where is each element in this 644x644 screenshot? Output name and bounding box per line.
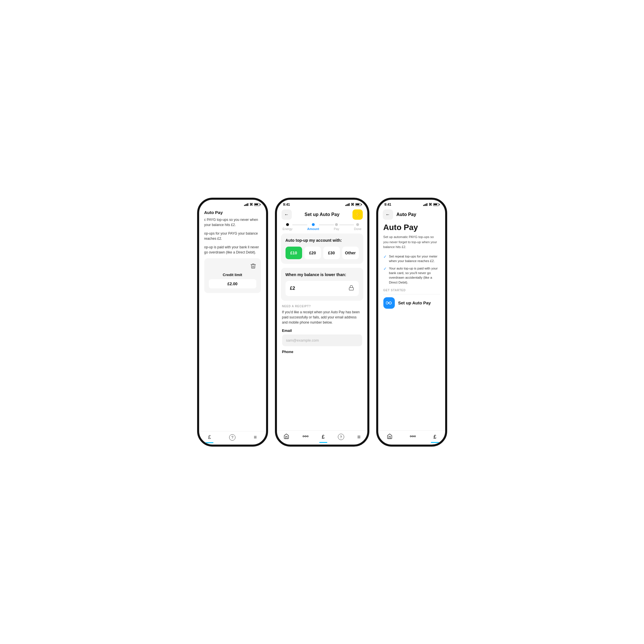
checkmark-icon-1: ✓: [383, 254, 387, 259]
left-content: Auto Pay c PAYG top-ups so you never whe…: [199, 208, 266, 431]
scene: ⌘ Auto Pay c PAYG top-ups so you never w…: [171, 171, 474, 474]
step-dot-done: [356, 223, 359, 226]
left-body: c PAYG top-ups so you never when your ba…: [199, 217, 266, 431]
step-line-1: [292, 225, 307, 225]
lightning-icon: ⚡: [354, 211, 361, 218]
home-icon: [284, 433, 289, 441]
email-input[interactable]: sam@example.com: [282, 334, 362, 346]
amount-btn-other[interactable]: Other: [342, 247, 359, 259]
step-dot-pay: [335, 223, 338, 226]
step-dot-amount: [312, 223, 315, 226]
nav-item-help[interactable]: ?: [229, 434, 235, 441]
nav-item-menu[interactable]: ≡: [254, 434, 257, 440]
menu-icon: ≡: [357, 434, 361, 440]
email-field-label: Email: [282, 328, 362, 333]
help-icon: ?: [229, 434, 235, 441]
back-button[interactable]: ←: [282, 209, 292, 220]
signal-icon: [345, 203, 350, 206]
left-page-title: Auto Pay: [199, 208, 266, 217]
nav-help[interactable]: ?: [338, 434, 344, 440]
nav-usage[interactable]: [302, 434, 309, 440]
step-done: Done: [354, 223, 361, 231]
left-bottom-nav: £ ? ≡: [199, 431, 266, 445]
battery-icon: [254, 203, 260, 206]
check-item-2: ✓ Your auto top-up is paid with your ban…: [383, 266, 440, 284]
receipt-description: If you'd like a receipt when your Auto P…: [282, 310, 362, 325]
center-phone: 9:41 ⌘ ← Set up Auto Pay ⚡: [275, 198, 369, 447]
right-content: Auto Pay Set up automatic PAYG top-ups s…: [378, 222, 445, 430]
step-label-amount: Amount: [307, 227, 319, 231]
left-desc-3: op-up is paid with your bank ll never go…: [204, 245, 261, 255]
trash-icon[interactable]: [250, 263, 256, 270]
step-line-3: [339, 225, 354, 225]
amount-btn-20[interactable]: £20: [304, 247, 321, 259]
nav-menu[interactable]: ≡: [357, 434, 361, 440]
battery-icon: [355, 203, 361, 206]
right-header: ← Auto Pay: [378, 208, 445, 222]
check-text-2: Your auto top-up is paid with your bank …: [389, 266, 440, 284]
right-phone: 9:41 ⌘ ← Auto Pay Auto Pay Set up automa…: [376, 198, 447, 447]
step-label-pay: Pay: [334, 227, 339, 231]
help-icon: ?: [338, 434, 344, 440]
pound-icon: £: [322, 434, 325, 440]
checkmark-icon-2: ✓: [383, 266, 387, 271]
left-status-icons: ⌘: [244, 203, 260, 207]
usage-icon: [410, 434, 416, 440]
step-label-energy: Energy: [283, 227, 293, 231]
divider: [383, 294, 440, 294]
nav-usage[interactable]: [410, 434, 416, 440]
signal-icon: [244, 203, 248, 206]
nav-home[interactable]: [284, 433, 289, 441]
credit-limit-label: Credit limit: [223, 273, 242, 277]
amount-options: £10 £20 £30 Other: [286, 247, 359, 259]
credit-limit-value: £2.00: [209, 279, 256, 288]
left-desc-1: c PAYG top-ups so you never when your ba…: [204, 217, 261, 227]
nav-item-pound[interactable]: £: [208, 434, 211, 440]
stepper: Energy Amount Pay Done: [277, 222, 367, 233]
balance-section-title: When my balance is lower than:: [286, 272, 359, 277]
left-desc-2: op-ups for your PAYG your balance reache…: [204, 231, 261, 241]
back-arrow-icon: ←: [284, 212, 289, 217]
balance-input-row: £2: [286, 281, 359, 296]
step-dot-energy: [286, 223, 289, 226]
balance-section: When my balance is lower than: £2: [281, 268, 363, 301]
amount-btn-10[interactable]: £10: [286, 247, 302, 259]
nav-home[interactable]: [387, 433, 393, 441]
lightning-button[interactable]: ⚡: [352, 209, 363, 220]
pound-icon: £: [433, 434, 436, 440]
center-status-icons: ⌘: [345, 203, 361, 207]
wifi-icon: ⌘: [351, 203, 354, 207]
amount-btn-30[interactable]: £30: [323, 247, 340, 259]
balance-value: £2: [290, 286, 295, 291]
step-label-done: Done: [354, 227, 361, 231]
check-text-1: Set repeat top-ups for your meter when y…: [389, 254, 440, 263]
right-description: Set up automatic PAYG top-ups so you nev…: [383, 235, 440, 249]
setup-auto-pay-button[interactable]: Set up Auto Pay: [383, 297, 440, 309]
lock-icon: [348, 285, 354, 292]
right-back-button[interactable]: ←: [383, 209, 393, 220]
nav-pound[interactable]: £: [433, 434, 436, 440]
receipt-section: NEED A RECEIPT? If you'd like a receipt …: [281, 305, 363, 354]
step-pay: Pay: [334, 223, 339, 231]
home-icon: [387, 433, 393, 441]
step-energy: Energy: [283, 223, 293, 231]
svg-rect-0: [349, 288, 353, 290]
step-amount: Amount: [307, 223, 319, 231]
signal-icon: [423, 203, 427, 206]
right-time: 9:41: [385, 203, 391, 207]
wifi-icon: ⌘: [249, 203, 253, 207]
step-line-2: [319, 225, 334, 225]
left-status-bar: ⌘: [199, 200, 266, 208]
right-main-title: Auto Pay: [383, 223, 440, 232]
receipt-heading: NEED A RECEIPT?: [282, 305, 362, 308]
right-bottom-nav: £: [378, 430, 445, 445]
nav-pound[interactable]: £: [322, 434, 325, 440]
center-scroll: Auto top-up my account with: £10 £20 £30…: [277, 233, 367, 430]
amount-section: Auto top-up my account with: £10 £20 £30…: [281, 233, 363, 264]
right-status-icons: ⌘: [423, 203, 439, 207]
pound-icon: £: [208, 434, 211, 440]
phone-field-label: Phone: [282, 350, 362, 354]
back-arrow-icon: ←: [386, 212, 390, 217]
center-time: 9:41: [283, 203, 290, 207]
get-started-label: GET STARTED: [383, 289, 440, 292]
